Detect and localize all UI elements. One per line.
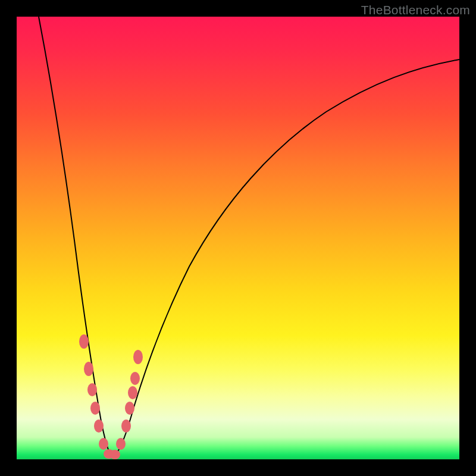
marker-point [116, 438, 126, 450]
chart-frame: TheBottleneck.com [0, 0, 476, 476]
marker-point [94, 419, 104, 433]
plot-area [17, 17, 459, 459]
curve-layer [17, 17, 459, 459]
marker-point [109, 450, 120, 459]
watermark-text: TheBottleneck.com [361, 3, 470, 17]
curve-right-branch [112, 60, 459, 457]
marker-point [79, 334, 89, 349]
marker-point [130, 372, 140, 385]
marker-point [133, 350, 143, 364]
bottleneck-curve [39, 17, 459, 457]
marker-point [121, 419, 131, 433]
marker-point [90, 402, 100, 415]
marker-point [99, 438, 108, 450]
marker-point [87, 383, 97, 396]
curve-left-branch [39, 17, 112, 457]
marker-point [84, 362, 93, 376]
marker-point [125, 402, 134, 415]
marker-point [128, 386, 137, 399]
marker-cluster [79, 334, 143, 459]
